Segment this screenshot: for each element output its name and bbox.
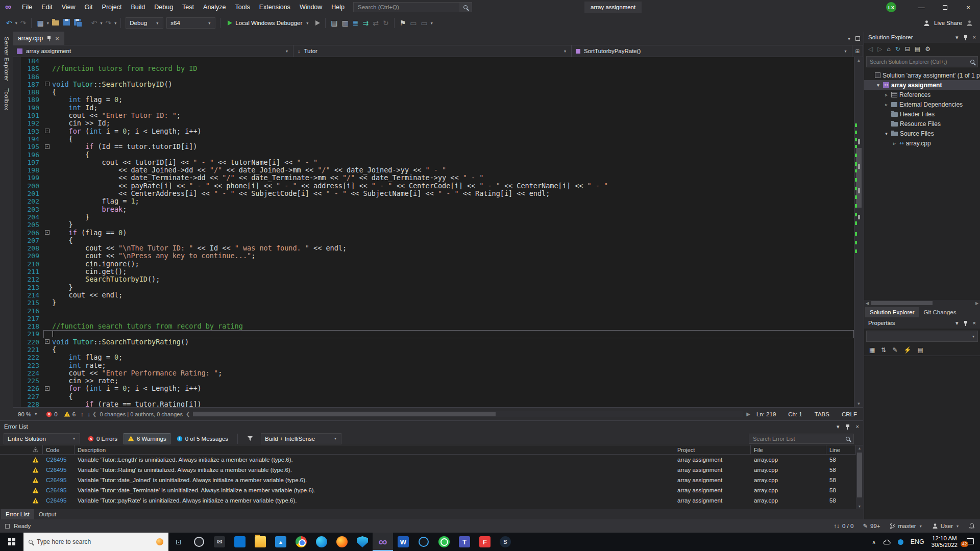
intellisense-filter-dropdown[interactable]: Build + IntelliSense ▾ <box>261 433 341 444</box>
code-line-body[interactable]: - if (Id == tutor.tutorID[i]) <box>43 143 854 151</box>
fold-margin[interactable]: - <box>43 81 52 88</box>
breakpoint-margin[interactable] <box>13 57 21 65</box>
menu-view[interactable]: View <box>57 0 80 14</box>
code-text[interactable] <box>52 307 854 315</box>
search-icon[interactable] <box>842 437 853 441</box>
code-text[interactable]: { <box>52 393 854 400</box>
code-line-body[interactable] <box>43 330 854 338</box>
code-text[interactable] <box>52 315 854 322</box>
code-line-body[interactable]: cin.ignore(); <box>43 260 854 268</box>
new-project-dropdown-icon[interactable]: ▾ <box>46 21 50 26</box>
code-line[interactable]: 198 << date_Joined->dd << "/" << date_Jo… <box>13 166 854 174</box>
forward-icon[interactable]: ▷ <box>877 45 882 53</box>
redo-icon[interactable]: ↷ <box>103 19 113 27</box>
code-line-body[interactable]: flag = 1; <box>43 197 854 205</box>
errors-filter-button[interactable]: 0 Errors <box>84 433 121 444</box>
warnings-filter-button[interactable]: 6 Warnings <box>124 433 170 444</box>
code-line-body[interactable]: if (rate == tutor.Rating[i]) <box>43 400 854 407</box>
undo-icon[interactable]: ↶ <box>89 19 100 27</box>
code-line[interactable]: 201 << CenterAddress[i] << " - " << Subj… <box>13 190 854 197</box>
error-row[interactable]: C26495Variable 'Tutor::date_Joined' is u… <box>0 475 863 485</box>
code-line[interactable]: 223 int rate; <box>13 362 854 369</box>
code-line-body[interactable]: } <box>43 213 854 221</box>
breakpoint-margin[interactable] <box>13 213 21 221</box>
code-text[interactable]: { <box>52 88 854 96</box>
chrome-browser-icon[interactable] <box>291 533 311 551</box>
breakpoint-margin[interactable] <box>13 276 21 283</box>
breakpoint-margin[interactable] <box>13 291 21 299</box>
new-project-icon[interactable]: ▦ <box>35 19 45 27</box>
code-line[interactable]: 203 break; <box>13 206 854 213</box>
navigate-back-icon[interactable]: ↶ <box>4 19 14 27</box>
code-text[interactable]: //function search tutors from record by … <box>52 322 854 330</box>
teams-icon[interactable]: T <box>454 533 475 551</box>
tree-item-resource-files[interactable]: Resource Files <box>864 119 980 129</box>
horizontal-scrollbar-thumb[interactable] <box>193 412 496 416</box>
code-text[interactable]: break; <box>52 206 854 213</box>
code-line[interactable]: 187-void Tutor::SearchTutorbyID() <box>13 81 854 88</box>
severity-column-header[interactable] <box>0 445 43 454</box>
window-position-dropdown-icon[interactable]: ▾ <box>955 34 959 41</box>
breakpoint-margin[interactable] <box>13 182 21 190</box>
breakpoint-margin[interactable] <box>13 284 21 291</box>
code-text[interactable]: cout << "\nThe Tutor ID: " << Id << " wa… <box>52 244 854 252</box>
zoom-dropdown[interactable]: 90 % ▾ <box>13 411 43 417</box>
code-line[interactable]: 202 flag = 1; <box>13 197 854 205</box>
code-line-body[interactable]: << payRate[i] << " - " << phone[i] << " … <box>43 182 854 190</box>
menu-debug[interactable]: Debug <box>150 0 178 14</box>
code-text[interactable]: void Tutor::SearchTutorbyID() <box>52 81 854 88</box>
code-line[interactable]: 193- for (int i = 0; i < Length; i++) <box>13 128 854 135</box>
scroll-left-icon[interactable]: ◀ <box>864 300 870 306</box>
property-pages-icon[interactable]: ▤ <box>917 346 923 354</box>
menu-file[interactable]: File <box>17 0 37 14</box>
code-text[interactable]: cin >> rate; <box>52 377 854 385</box>
breakpoint-margin[interactable] <box>13 299 21 307</box>
error-row[interactable]: C26495Variable 'Tutor::date_Terminate' i… <box>0 485 863 495</box>
break-all-icon[interactable]: ▤ <box>329 19 339 27</box>
code-text[interactable]: << date_Joined->dd << "/" << date_Joined… <box>52 166 854 174</box>
scroll-up-icon[interactable]: ▲ <box>854 58 863 63</box>
code-line[interactable]: 204 } <box>13 213 854 221</box>
code-text[interactable] <box>52 57 854 65</box>
code-line-body[interactable]: cout << tutorID[i] << " - " << tutorName… <box>43 159 854 166</box>
code-line[interactable]: 218//function search tutors from record … <box>13 322 854 330</box>
breakpoint-margin[interactable] <box>13 206 21 213</box>
start-debugging-button[interactable]: Local Windows Debugger ▾ <box>224 17 313 29</box>
error-list-search-box[interactable]: Search Error List <box>749 434 854 444</box>
code-line[interactable]: 211 cin.get(); <box>13 268 854 276</box>
code-editor[interactable]: 184185//function tutors from record by I… <box>13 57 863 407</box>
code-line[interactable]: 217 <box>13 315 854 322</box>
restart-icon[interactable]: ↻ <box>381 19 391 27</box>
breakpoint-margin[interactable] <box>13 346 21 354</box>
code-line[interactable]: 188{ <box>13 88 854 96</box>
breakpoint-margin[interactable] <box>13 81 21 88</box>
menu-tools[interactable]: Tools <box>231 0 255 14</box>
minimize-button[interactable]: — <box>910 0 933 14</box>
type-dropdown[interactable]: ↓ Tutor ▾ <box>293 45 572 57</box>
breakpoint-margin[interactable] <box>13 104 21 112</box>
code-line-body[interactable]: { <box>43 151 854 159</box>
navigate-forward-icon[interactable]: ↷ <box>18 19 29 27</box>
circle-app-icon[interactable] <box>413 533 434 551</box>
fold-margin[interactable]: - <box>43 143 52 151</box>
description-column-header[interactable]: Description <box>75 445 674 454</box>
line-column-header[interactable]: Line <box>826 445 856 454</box>
close-button[interactable]: × <box>957 0 980 14</box>
collapse-region-icon[interactable]: - <box>45 386 50 391</box>
code-text[interactable]: { <box>52 237 854 244</box>
scroll-down-icon[interactable]: ▼ <box>856 505 863 508</box>
previous-issue-icon[interactable]: ↑ <box>79 411 86 417</box>
code-text[interactable]: if (rate == tutor.Rating[i]) <box>52 400 854 407</box>
code-line-body[interactable]: -void Tutor::SearchTutorbyRating() <box>43 338 854 346</box>
editor-scrollbar[interactable]: ▲ ▼ <box>854 57 863 407</box>
code-text[interactable]: } <box>52 284 854 291</box>
browser-circle-app-icon[interactable] <box>189 533 209 551</box>
code-text[interactable]: << CenterAddress[i] << " - " << SubjectC… <box>52 190 854 197</box>
code-line-body[interactable] <box>43 57 854 65</box>
tree-item-header-files[interactable]: Header Files <box>864 109 980 119</box>
code-line[interactable]: 216 <box>13 307 854 315</box>
collapse-region-icon[interactable]: - <box>45 82 50 86</box>
error-list-title-bar[interactable]: Error List ▾ × <box>0 421 863 432</box>
git-sync-indicator[interactable]: ↑↓ 0 / 0 <box>834 523 853 529</box>
breakpoint-margin[interactable] <box>13 96 21 104</box>
